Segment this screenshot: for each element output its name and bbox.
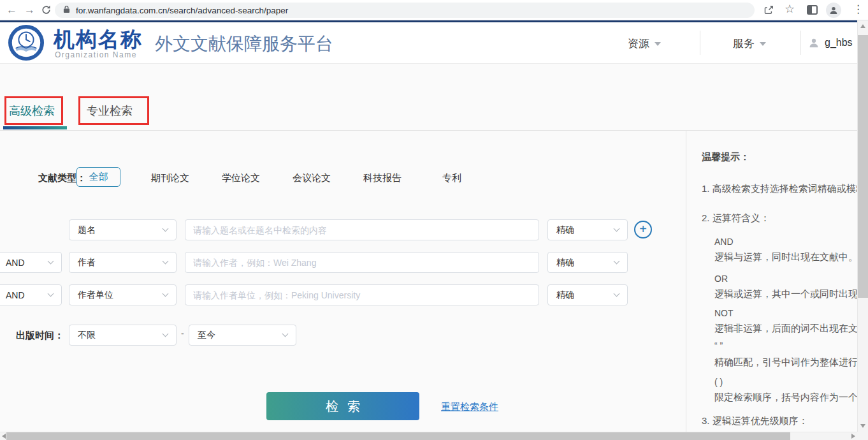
browser-profile-avatar[interactable] <box>826 3 841 18</box>
chevron-down-icon <box>163 258 169 265</box>
scroll-down-icon[interactable] <box>860 424 865 428</box>
tips-op-quote-desc: 精确匹配，引号中词作为整体进行检索。 <box>714 356 857 369</box>
publish-to-value: 至今 <box>198 330 215 341</box>
match-select-row2-value: 精确 <box>556 257 574 268</box>
url-text: for.wanfangdata.com.cn/search/advanced-s… <box>76 6 288 15</box>
chevron-down-icon <box>48 291 54 297</box>
tips-op-and: AND <box>714 237 734 247</box>
org-name-en: Organization Name <box>55 50 137 59</box>
tips-item-3: 3. 逻辑运算优先级顺序： <box>702 415 808 427</box>
doc-type-option-patent[interactable]: 专利 <box>442 172 461 184</box>
doc-type-option-conference[interactable]: 会议论文 <box>293 172 331 184</box>
tips-title: 温馨提示： <box>702 151 749 163</box>
operator-select-row2[interactable]: AND <box>0 252 62 273</box>
username[interactable]: g_hbs <box>825 37 855 48</box>
url-bar[interactable]: for.wanfangdata.com.cn/search/advanced-s… <box>55 3 755 18</box>
header-divider <box>800 31 801 55</box>
field-select-row1[interactable]: 题名 <box>69 219 177 240</box>
operator-select-row2-value: AND <box>6 258 25 268</box>
horizontal-scrollbar-thumb[interactable] <box>6 432 790 440</box>
scroll-up-icon[interactable] <box>860 24 865 28</box>
search-input-row2[interactable] <box>185 252 539 273</box>
platform-title: 外文文献保障服务平台 <box>155 32 333 56</box>
tips-op-paren: ( ) <box>714 377 723 387</box>
tips-op-or: OR <box>714 274 728 284</box>
lock-icon <box>63 4 70 16</box>
tips-op-not-desc: 逻辑非运算，后面的词不出现在文献中。 <box>714 323 857 335</box>
side-panel-icon[interactable] <box>807 5 818 15</box>
doc-type-option-degree[interactable]: 学位论文 <box>222 172 260 184</box>
field-select-row1-value: 题名 <box>78 224 96 236</box>
tips-sidebar: 温馨提示： 1. 高级检索支持选择检索词精确或模糊匹配 2. 运算符含义： AN… <box>686 131 857 432</box>
field-select-row3[interactable]: 作者单位 <box>69 284 177 305</box>
publish-from-select[interactable]: 不限 <box>69 325 177 346</box>
share-icon[interactable] <box>763 4 774 18</box>
chevron-down-icon <box>48 258 54 265</box>
header-top-stripe <box>0 20 868 22</box>
browser-menu-icon[interactable]: ⋮ <box>853 3 864 16</box>
horizontal-scrollbar[interactable] <box>0 432 857 440</box>
nav-service-label: 服务 <box>733 36 755 51</box>
chevron-down-icon <box>163 226 169 232</box>
chevron-down-icon <box>655 42 661 46</box>
nav-resource[interactable]: 资源 <box>628 36 661 51</box>
tips-op-paren-desc: 限定检索顺序，括号内容作为一个子查询。 <box>714 392 857 404</box>
chevron-down-icon <box>614 291 620 297</box>
scrollbar-corner <box>857 432 868 440</box>
match-select-row3-value: 精确 <box>556 290 574 301</box>
chevron-down-icon <box>760 42 766 46</box>
match-select-row2[interactable]: 精确 <box>547 252 628 273</box>
tips-op-and-desc: 逻辑与运算，同时出现在文献中。 <box>714 251 857 263</box>
field-select-row3-value: 作者单位 <box>78 290 113 301</box>
nav-resource-label: 资源 <box>628 36 649 51</box>
back-icon[interactable]: ← <box>6 4 17 17</box>
active-tab-underline <box>3 126 67 129</box>
match-select-row1[interactable]: 精确 <box>547 219 628 240</box>
org-logo-icon[interactable] <box>8 24 45 64</box>
match-select-row3[interactable]: 精确 <box>547 284 628 305</box>
date-range-dash: - <box>181 328 184 339</box>
field-select-row2-value: 作者 <box>78 257 96 268</box>
tab-advanced-search[interactable]: 高级检索 <box>9 103 55 119</box>
tips-item-1: 1. 高级检索支持选择检索词精确或模糊匹配 <box>702 183 857 195</box>
page: ← → for.wanfangdata.com.cn/search/advanc… <box>0 0 868 440</box>
chevron-down-icon <box>282 331 289 337</box>
tips-item-2: 2. 运算符含义： <box>702 212 770 224</box>
header-divider <box>700 31 700 55</box>
user-icon <box>808 37 820 51</box>
doc-type-option-journal[interactable]: 期刊论文 <box>151 172 189 184</box>
search-input-row3[interactable] <box>185 284 539 305</box>
operator-select-row3-value: AND <box>6 290 25 300</box>
tips-op-or-desc: 逻辑或运算，其中一个或同时出现在文献中。 <box>714 288 857 300</box>
search-button[interactable]: 检索 <box>266 392 419 420</box>
bookmark-star-icon[interactable]: ☆ <box>785 3 795 15</box>
reload-icon[interactable] <box>41 4 52 18</box>
doc-type-option-report[interactable]: 科技报告 <box>363 172 401 184</box>
forward-icon[interactable]: → <box>24 4 35 17</box>
reset-conditions-link[interactable]: 重置检索条件 <box>441 401 498 413</box>
chevron-down-icon <box>614 226 620 232</box>
publish-from-value: 不限 <box>78 330 96 341</box>
tips-op-quote: “ ” <box>714 341 723 351</box>
scroll-left-icon[interactable] <box>2 434 6 439</box>
browser-toolbar: ← → for.wanfangdata.com.cn/search/advanc… <box>0 0 868 20</box>
operator-select-row3[interactable]: AND <box>0 284 62 305</box>
tips-op-not: NOT <box>714 308 734 318</box>
chevron-down-icon <box>163 331 169 337</box>
chevron-down-icon <box>614 258 620 265</box>
add-row-button[interactable]: + <box>634 221 652 238</box>
field-select-row2[interactable]: 作者 <box>69 252 177 273</box>
vertical-scrollbar-thumb[interactable] <box>858 35 868 298</box>
publish-to-select[interactable]: 至今 <box>189 325 296 346</box>
vertical-scrollbar[interactable] <box>857 20 868 432</box>
publish-time-label: 出版时间： <box>16 330 64 342</box>
tab-professional-search[interactable]: 专业检索 <box>87 103 133 119</box>
search-input-row1[interactable] <box>185 219 539 240</box>
doc-type-option-all[interactable]: 全部 <box>76 167 120 187</box>
chevron-down-icon <box>163 291 169 297</box>
scroll-right-icon[interactable] <box>851 434 855 439</box>
nav-service[interactable]: 服务 <box>733 36 766 51</box>
match-select-row1-value: 精确 <box>556 224 574 236</box>
